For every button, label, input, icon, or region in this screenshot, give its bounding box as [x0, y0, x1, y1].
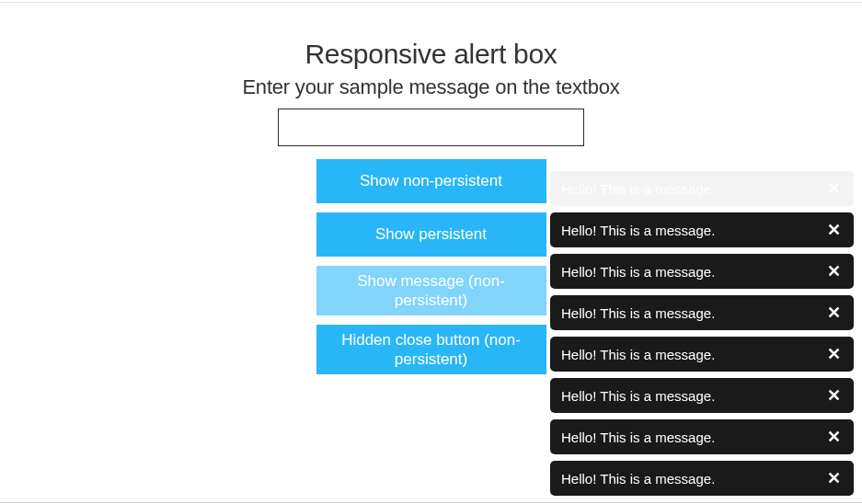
toast-text: Hello! This is a message.: [561, 305, 715, 321]
message-input[interactable]: [278, 109, 584, 146]
close-icon[interactable]: ✕: [824, 304, 843, 321]
toast-text: Hello! This is a message.: [561, 388, 715, 404]
toast-item: Hello! This is a message. ✕: [550, 212, 854, 247]
close-icon[interactable]: ✕: [824, 429, 843, 445]
show-persistent-button[interactable]: Show persistent: [316, 212, 546, 257]
toast-text: Hello! This is a message.: [561, 430, 715, 445]
page-subtitle: Enter your sample message on the textbox: [242, 75, 619, 99]
show-non-persistent-button[interactable]: Show non-persistent: [316, 159, 546, 203]
hidden-close-non-persistent-button[interactable]: Hidden close button (non-persistent): [316, 325, 546, 374]
close-icon[interactable]: ✕: [824, 222, 843, 238]
toast-text: Hello! This is a message.: [561, 181, 715, 197]
toast-text: Hello! This is a message.: [561, 223, 715, 238]
toast-item: Hello! This is a message. ✕: [550, 419, 854, 454]
close-icon[interactable]: ✕: [824, 263, 843, 280]
close-icon[interactable]: ✕: [824, 180, 843, 197]
show-message-non-persistent-button[interactable]: Show message (non-persistent): [316, 266, 546, 315]
toast-text: Hello! This is a message.: [561, 347, 715, 362]
toast-stack: Hello! This is a message. ✕ Hello! This …: [550, 171, 854, 496]
close-icon[interactable]: ✕: [824, 387, 843, 404]
divider-bottom: [0, 502, 862, 503]
toast-item: Hello! This is a message. ✕: [550, 254, 854, 289]
close-icon[interactable]: ✕: [824, 470, 843, 487]
page-title: Responsive alert box: [305, 39, 557, 70]
button-stack: Show non-persistent Show persistent Show…: [316, 159, 546, 374]
toast-item: Hello! This is a message. ✕: [550, 337, 854, 372]
toast-item: Hello! This is a message. ✕: [550, 171, 854, 206]
toast-item: Hello! This is a message. ✕: [550, 461, 854, 496]
toast-text: Hello! This is a message.: [561, 264, 715, 280]
toast-text: Hello! This is a message.: [561, 471, 715, 487]
close-icon[interactable]: ✕: [824, 346, 843, 362]
toast-item: Hello! This is a message. ✕: [550, 378, 854, 413]
toast-item: Hello! This is a message. ✕: [550, 295, 854, 330]
divider-top: [0, 2, 862, 3]
